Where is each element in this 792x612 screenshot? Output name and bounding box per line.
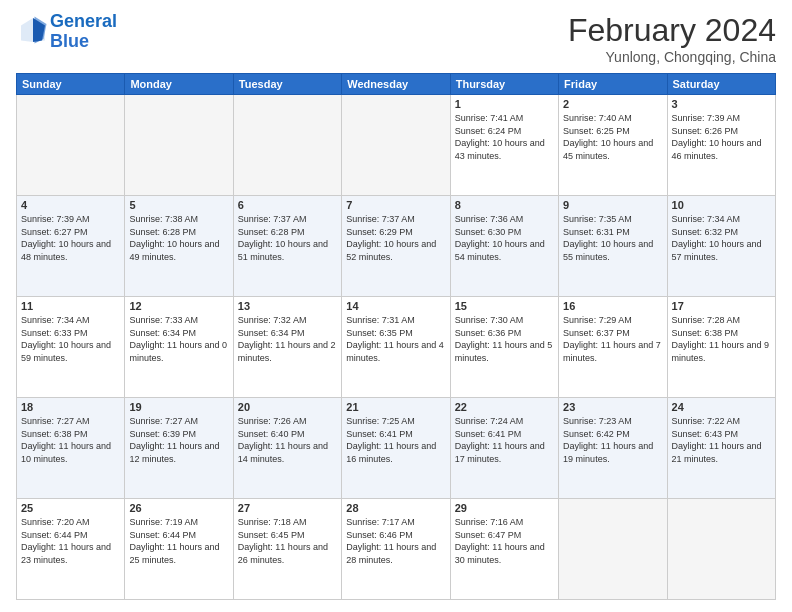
- col-wednesday: Wednesday: [342, 74, 450, 95]
- day-info: Sunrise: 7:34 AMSunset: 6:33 PMDaylight:…: [21, 314, 120, 364]
- day-info: Sunrise: 7:27 AMSunset: 6:39 PMDaylight:…: [129, 415, 228, 465]
- calendar-cell: 11 Sunrise: 7:34 AMSunset: 6:33 PMDaylig…: [17, 297, 125, 398]
- calendar-cell: 1 Sunrise: 7:41 AMSunset: 6:24 PMDayligh…: [450, 95, 558, 196]
- header: General Blue February 2024 Yunlong, Chon…: [16, 12, 776, 65]
- day-number: 10: [672, 199, 771, 211]
- day-number: 23: [563, 401, 662, 413]
- day-number: 11: [21, 300, 120, 312]
- calendar-cell: 19 Sunrise: 7:27 AMSunset: 6:39 PMDaylig…: [125, 398, 233, 499]
- day-info: Sunrise: 7:35 AMSunset: 6:31 PMDaylight:…: [563, 213, 662, 263]
- calendar-cell: 26 Sunrise: 7:19 AMSunset: 6:44 PMDaylig…: [125, 499, 233, 600]
- col-friday: Friday: [559, 74, 667, 95]
- col-sunday: Sunday: [17, 74, 125, 95]
- logo-blue: Blue: [50, 31, 89, 51]
- day-number: 6: [238, 199, 337, 211]
- day-number: 25: [21, 502, 120, 514]
- day-info: Sunrise: 7:31 AMSunset: 6:35 PMDaylight:…: [346, 314, 445, 364]
- page: General Blue February 2024 Yunlong, Chon…: [0, 0, 792, 612]
- day-info: Sunrise: 7:23 AMSunset: 6:42 PMDaylight:…: [563, 415, 662, 465]
- day-number: 22: [455, 401, 554, 413]
- day-number: 8: [455, 199, 554, 211]
- calendar-week-0: 1 Sunrise: 7:41 AMSunset: 6:24 PMDayligh…: [17, 95, 776, 196]
- col-monday: Monday: [125, 74, 233, 95]
- day-info: Sunrise: 7:26 AMSunset: 6:40 PMDaylight:…: [238, 415, 337, 465]
- day-number: 18: [21, 401, 120, 413]
- calendar-cell: 22 Sunrise: 7:24 AMSunset: 6:41 PMDaylig…: [450, 398, 558, 499]
- day-number: 4: [21, 199, 120, 211]
- calendar-cell: 6 Sunrise: 7:37 AMSunset: 6:28 PMDayligh…: [233, 196, 341, 297]
- day-info: Sunrise: 7:36 AMSunset: 6:30 PMDaylight:…: [455, 213, 554, 263]
- day-info: Sunrise: 7:20 AMSunset: 6:44 PMDaylight:…: [21, 516, 120, 566]
- calendar-week-4: 25 Sunrise: 7:20 AMSunset: 6:44 PMDaylig…: [17, 499, 776, 600]
- day-number: 17: [672, 300, 771, 312]
- calendar-cell: 25 Sunrise: 7:20 AMSunset: 6:44 PMDaylig…: [17, 499, 125, 600]
- day-number: 7: [346, 199, 445, 211]
- calendar-cell: 20 Sunrise: 7:26 AMSunset: 6:40 PMDaylig…: [233, 398, 341, 499]
- logo-text: General Blue: [50, 12, 117, 52]
- calendar-cell: 12 Sunrise: 7:33 AMSunset: 6:34 PMDaylig…: [125, 297, 233, 398]
- day-number: 16: [563, 300, 662, 312]
- day-number: 29: [455, 502, 554, 514]
- day-info: Sunrise: 7:29 AMSunset: 6:37 PMDaylight:…: [563, 314, 662, 364]
- calendar-cell: 14 Sunrise: 7:31 AMSunset: 6:35 PMDaylig…: [342, 297, 450, 398]
- month-title: February 2024: [568, 12, 776, 49]
- calendar-week-1: 4 Sunrise: 7:39 AMSunset: 6:27 PMDayligh…: [17, 196, 776, 297]
- calendar-cell: [125, 95, 233, 196]
- calendar-cell: 5 Sunrise: 7:38 AMSunset: 6:28 PMDayligh…: [125, 196, 233, 297]
- calendar-week-2: 11 Sunrise: 7:34 AMSunset: 6:33 PMDaylig…: [17, 297, 776, 398]
- day-number: 12: [129, 300, 228, 312]
- day-info: Sunrise: 7:24 AMSunset: 6:41 PMDaylight:…: [455, 415, 554, 465]
- day-info: Sunrise: 7:37 AMSunset: 6:28 PMDaylight:…: [238, 213, 337, 263]
- day-number: 13: [238, 300, 337, 312]
- day-number: 26: [129, 502, 228, 514]
- calendar-cell: 7 Sunrise: 7:37 AMSunset: 6:29 PMDayligh…: [342, 196, 450, 297]
- logo-general: General: [50, 11, 117, 31]
- day-info: Sunrise: 7:37 AMSunset: 6:29 PMDaylight:…: [346, 213, 445, 263]
- subtitle: Yunlong, Chongqing, China: [568, 49, 776, 65]
- day-number: 27: [238, 502, 337, 514]
- day-info: Sunrise: 7:39 AMSunset: 6:26 PMDaylight:…: [672, 112, 771, 162]
- calendar-cell: 4 Sunrise: 7:39 AMSunset: 6:27 PMDayligh…: [17, 196, 125, 297]
- day-info: Sunrise: 7:40 AMSunset: 6:25 PMDaylight:…: [563, 112, 662, 162]
- calendar-cell: 23 Sunrise: 7:23 AMSunset: 6:42 PMDaylig…: [559, 398, 667, 499]
- day-number: 20: [238, 401, 337, 413]
- day-info: Sunrise: 7:18 AMSunset: 6:45 PMDaylight:…: [238, 516, 337, 566]
- day-number: 19: [129, 401, 228, 413]
- day-info: Sunrise: 7:28 AMSunset: 6:38 PMDaylight:…: [672, 314, 771, 364]
- title-block: February 2024 Yunlong, Chongqing, China: [568, 12, 776, 65]
- day-info: Sunrise: 7:32 AMSunset: 6:34 PMDaylight:…: [238, 314, 337, 364]
- day-info: Sunrise: 7:30 AMSunset: 6:36 PMDaylight:…: [455, 314, 554, 364]
- calendar-cell: 29 Sunrise: 7:16 AMSunset: 6:47 PMDaylig…: [450, 499, 558, 600]
- day-info: Sunrise: 7:38 AMSunset: 6:28 PMDaylight:…: [129, 213, 228, 263]
- day-number: 28: [346, 502, 445, 514]
- day-info: Sunrise: 7:25 AMSunset: 6:41 PMDaylight:…: [346, 415, 445, 465]
- calendar-cell: [559, 499, 667, 600]
- logo-icon: [18, 15, 48, 45]
- calendar-cell: 3 Sunrise: 7:39 AMSunset: 6:26 PMDayligh…: [667, 95, 775, 196]
- calendar-cell: [233, 95, 341, 196]
- day-number: 15: [455, 300, 554, 312]
- calendar-cell: 2 Sunrise: 7:40 AMSunset: 6:25 PMDayligh…: [559, 95, 667, 196]
- day-info: Sunrise: 7:39 AMSunset: 6:27 PMDaylight:…: [21, 213, 120, 263]
- calendar-table: Sunday Monday Tuesday Wednesday Thursday…: [16, 73, 776, 600]
- day-number: 24: [672, 401, 771, 413]
- day-info: Sunrise: 7:19 AMSunset: 6:44 PMDaylight:…: [129, 516, 228, 566]
- day-number: 14: [346, 300, 445, 312]
- col-thursday: Thursday: [450, 74, 558, 95]
- col-tuesday: Tuesday: [233, 74, 341, 95]
- calendar-cell: 13 Sunrise: 7:32 AMSunset: 6:34 PMDaylig…: [233, 297, 341, 398]
- day-number: 3: [672, 98, 771, 110]
- day-info: Sunrise: 7:33 AMSunset: 6:34 PMDaylight:…: [129, 314, 228, 364]
- day-number: 9: [563, 199, 662, 211]
- calendar-cell: 17 Sunrise: 7:28 AMSunset: 6:38 PMDaylig…: [667, 297, 775, 398]
- calendar-cell: 27 Sunrise: 7:18 AMSunset: 6:45 PMDaylig…: [233, 499, 341, 600]
- day-info: Sunrise: 7:22 AMSunset: 6:43 PMDaylight:…: [672, 415, 771, 465]
- col-saturday: Saturday: [667, 74, 775, 95]
- calendar-header-row: Sunday Monday Tuesday Wednesday Thursday…: [17, 74, 776, 95]
- day-number: 5: [129, 199, 228, 211]
- calendar-cell: 10 Sunrise: 7:34 AMSunset: 6:32 PMDaylig…: [667, 196, 775, 297]
- day-number: 21: [346, 401, 445, 413]
- day-info: Sunrise: 7:27 AMSunset: 6:38 PMDaylight:…: [21, 415, 120, 465]
- calendar-cell: 16 Sunrise: 7:29 AMSunset: 6:37 PMDaylig…: [559, 297, 667, 398]
- calendar-cell: [667, 499, 775, 600]
